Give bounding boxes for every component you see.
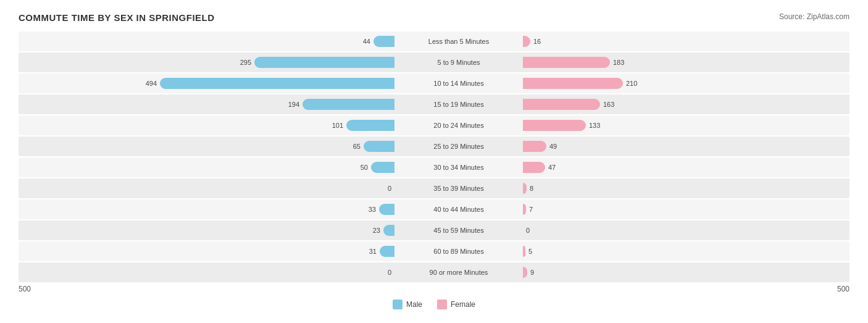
male-swatch (393, 300, 403, 309)
left-section: 23 (19, 225, 398, 236)
female-value: 8 (530, 185, 549, 192)
male-value: 194 (280, 101, 299, 108)
female-bar (523, 204, 526, 215)
male-label: Male (406, 300, 422, 309)
bar-label: Less than 5 Minutes (398, 38, 519, 45)
right-section: 9 (519, 267, 868, 278)
legend-female: Female (437, 300, 475, 309)
left-section: 0 (19, 183, 398, 194)
axis-left: 500 (19, 285, 31, 293)
left-section: 50 (19, 162, 398, 173)
female-label: Female (451, 300, 475, 309)
female-value: 133 (589, 122, 609, 129)
bar-label: 30 to 34 Minutes (398, 164, 519, 171)
female-bar (523, 36, 530, 47)
male-value: 494 (137, 80, 157, 87)
male-value: 33 (356, 206, 376, 213)
table-row: 6525 to 29 Minutes49 (19, 136, 849, 156)
male-bar (160, 78, 394, 89)
female-bar (523, 267, 527, 278)
female-value: 47 (548, 164, 568, 171)
left-section: 44 (19, 36, 398, 47)
female-bar (523, 183, 527, 194)
bar-label: 60 to 89 Minutes (398, 248, 519, 255)
female-value: 7 (529, 206, 549, 213)
male-bar (379, 204, 394, 215)
male-value: 0 (372, 269, 391, 276)
legend-row: Male Female (19, 300, 849, 309)
female-value: 16 (533, 38, 553, 45)
bar-label: 15 to 19 Minutes (398, 101, 519, 108)
table-row: 2955 to 9 Minutes183 (19, 52, 849, 72)
male-value: 295 (232, 59, 251, 66)
male-bar (373, 36, 394, 47)
axis-row: 500 500 (19, 285, 849, 293)
table-row: 090 or more Minutes9 (19, 262, 849, 282)
female-bar (523, 246, 525, 257)
legend-male: Male (393, 300, 422, 309)
table-row: 035 to 39 Minutes8 (19, 178, 849, 198)
table-row: 44Less than 5 Minutes16 (19, 31, 849, 51)
female-value: 5 (528, 248, 548, 255)
left-section: 31 (19, 246, 398, 257)
right-section: 0 (519, 225, 868, 236)
male-value: 65 (341, 143, 361, 150)
male-value: 50 (348, 164, 368, 171)
bar-label: 35 to 39 Minutes (398, 185, 519, 192)
female-bar (523, 99, 600, 110)
female-bar (523, 162, 545, 173)
male-value: 31 (357, 248, 377, 255)
table-row: 10120 to 24 Minutes133 (19, 115, 849, 135)
male-value: 23 (361, 227, 380, 234)
bar-label: 90 or more Minutes (398, 269, 519, 276)
male-bar (254, 57, 394, 68)
right-section: 16 (519, 36, 868, 47)
left-section: 0 (19, 267, 398, 278)
female-value: 210 (626, 80, 646, 87)
table-row: 49410 to 14 Minutes210 (19, 73, 849, 93)
right-section: 8 (519, 183, 868, 194)
left-section: 65 (19, 141, 398, 152)
female-value: 49 (549, 143, 569, 150)
female-value: 163 (603, 101, 623, 108)
right-section: 47 (519, 162, 868, 173)
table-row: 2345 to 59 Minutes0 (19, 220, 849, 240)
source-text: Source: ZipAtlas.com (779, 12, 849, 21)
table-row: 3340 to 44 Minutes7 (19, 199, 849, 219)
left-section: 101 (19, 120, 398, 131)
table-row: 5030 to 34 Minutes47 (19, 157, 849, 177)
male-value: 0 (372, 185, 391, 192)
bar-label: 45 to 59 Minutes (398, 227, 519, 234)
table-row: 19415 to 19 Minutes163 (19, 94, 849, 114)
female-value: 0 (526, 227, 546, 234)
right-section: 49 (519, 141, 868, 152)
right-section: 210 (519, 78, 868, 89)
male-value: 44 (351, 38, 370, 45)
female-value: 183 (613, 59, 633, 66)
table-row: 3160 to 89 Minutes5 (19, 241, 849, 261)
male-bar (371, 162, 394, 173)
female-bar (523, 141, 546, 152)
left-section: 494 (19, 78, 398, 89)
right-section: 5 (519, 246, 868, 257)
male-value: 101 (323, 122, 343, 129)
female-bar (523, 120, 586, 131)
right-section: 183 (519, 57, 868, 68)
right-section: 133 (519, 120, 868, 131)
female-value: 9 (530, 269, 550, 276)
left-section: 295 (19, 57, 398, 68)
header: COMMUTE TIME BY SEX IN SPRINGFIELD Sourc… (19, 12, 849, 23)
male-bar (380, 246, 394, 257)
right-section: 163 (519, 99, 868, 110)
left-section: 33 (19, 204, 398, 215)
bar-label: 10 to 14 Minutes (398, 80, 519, 87)
bar-label: 5 to 9 Minutes (398, 59, 519, 66)
male-bar (346, 120, 394, 131)
axis-right: 500 (837, 285, 849, 293)
chart-area: 44Less than 5 Minutes162955 to 9 Minutes… (19, 31, 849, 282)
male-bar (303, 99, 394, 110)
female-bar (523, 78, 623, 89)
right-section: 7 (519, 204, 868, 215)
female-swatch (437, 300, 447, 309)
bar-label: 40 to 44 Minutes (398, 206, 519, 213)
